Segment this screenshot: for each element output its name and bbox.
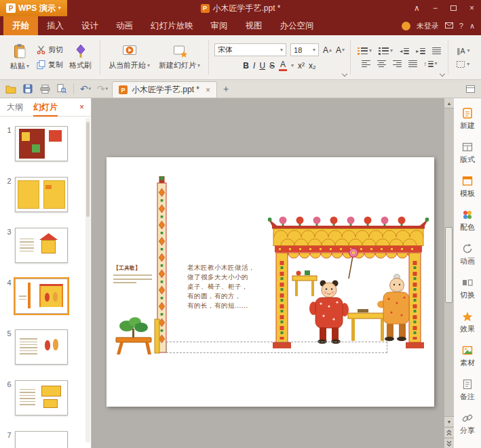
shrink-font-button[interactable]: A▾ [336,45,345,55]
slide-thumbnail-5[interactable]: 5 [3,329,91,365]
slide-thumbnail-4[interactable]: 4 [3,279,91,314]
sidebar-item-share[interactable]: 分享 [454,407,481,441]
subscript-button[interactable]: x₂ [309,61,316,70]
scrollbar-thumb[interactable] [445,227,453,303]
message-icon[interactable] [445,22,453,30]
caption-block[interactable]: 【工具歌】 [113,264,155,286]
play-from-current-button[interactable]: 从当前开始▾ [106,43,153,71]
print-button[interactable] [37,81,52,96]
decrease-indent-button[interactable]: ◂ [398,47,410,55]
help-icon[interactable]: ? [459,22,463,30]
text-direction-button[interactable]: ∥A ▾ [454,46,472,56]
collapse-ribbon-icon[interactable]: ∧ [469,22,475,30]
numbered-list-button[interactable]: ▾ [377,47,394,56]
save-button[interactable] [20,81,35,96]
print-preview-button[interactable] [54,81,69,96]
scrollbar-thumb[interactable] [86,122,90,217]
scroll-up-icon[interactable]: ▲ [444,98,454,108]
tab-design[interactable]: 设计 [73,16,107,35]
editing-canvas[interactable]: 【工具歌】 老木匠教小木匠做活， 做了很多大大小小的 桌子、椅子、柜子， 有的圆… [92,98,453,448]
align-right-button[interactable] [391,60,403,68]
selected-placeholder-outline[interactable] [166,342,387,353]
increase-indent-button[interactable]: ▸ [415,47,427,55]
thumbnail-image[interactable] [15,380,68,415]
sidebar-item-assets[interactable]: 素材 [454,340,481,373]
dialog-launcher-icon[interactable] [440,71,445,77]
underline-button[interactable]: U [259,61,265,70]
minimize-button[interactable]: − [426,0,444,16]
panel-scrollbar[interactable] [85,118,90,443]
grow-font-button[interactable]: A▴ [323,45,332,55]
slide-thumbnail-2[interactable]: 2 [3,177,91,212]
tab-view[interactable]: 视图 [237,16,271,35]
collapse-icon[interactable]: ∧ [408,0,426,16]
tab-review[interactable]: 审阅 [202,16,237,35]
thumbnail-image-selected[interactable] [15,279,68,314]
document-tab[interactable]: P 小木匠学手艺.ppt * × [112,81,217,98]
new-slide-button[interactable]: 新建幻灯片▾ [156,43,203,71]
close-tab-icon[interactable]: × [206,85,210,95]
format-painter-button[interactable]: 格式刷 [66,43,94,71]
tab-slides[interactable]: 幻灯片 [33,102,58,117]
thumbnail-image[interactable] [15,431,68,448]
thumbnail-image[interactable] [15,329,68,365]
paste-button[interactable]: 粘贴▾ [6,43,33,72]
tab-home[interactable]: 开始 [3,16,38,35]
slide-thumbnail-7[interactable]: 7 [3,431,91,448]
sidebar-item-new[interactable]: 新建 [454,102,481,136]
slide-thumbnail-3[interactable]: 3 [3,228,91,263]
next-slide-icon[interactable] [444,438,454,448]
tab-animation[interactable]: 动画 [107,16,142,35]
italic-button[interactable]: I [253,61,255,70]
chevron-down-icon[interactable]: ▾ [291,63,294,68]
distributed-button[interactable] [431,47,442,56]
font-name-select[interactable]: 宋体▾ [214,43,286,56]
tab-insert[interactable]: 插入 [38,16,73,35]
sidebar-item-animation[interactable]: 动画 [454,238,481,272]
sidebar-item-transition[interactable]: 切换 [454,272,481,306]
tools-illustration[interactable] [112,315,163,356]
new-file-button[interactable] [3,81,18,96]
sidebar-item-layout[interactable]: 版式 [454,136,481,170]
font-size-select[interactable]: 18▾ [290,43,319,56]
slide-thumbnail-1[interactable]: 1 [3,126,91,161]
dialog-launcher-icon[interactable] [342,71,347,77]
justify-button[interactable] [407,60,419,68]
sidebar-item-notes[interactable]: 备注 [454,373,481,407]
new-tab-button[interactable]: + [219,82,233,96]
font-color-button[interactable]: A [279,60,287,71]
select-button[interactable]: ▾ [454,60,472,68]
slide-editing-surface[interactable]: 【工具歌】 老木匠教小木匠做活， 做了很多大大小小的 桌子、椅子、柜子， 有的圆… [107,157,434,407]
bold-button[interactable]: B [243,61,249,70]
close-panel-icon[interactable]: × [79,102,84,112]
redo-button[interactable]: ↷▾ [95,81,110,96]
maximize-button[interactable] [444,0,463,16]
strikethrough-button[interactable]: S [269,61,275,70]
app-menu-button[interactable]: P WPS 演示 ▾ [0,0,67,16]
slide-body-text[interactable]: 老木匠教小木匠做活， 做了很多大大小小的 桌子、椅子、柜子， 有的圆，有的方， … [187,263,258,310]
workshop-illustration[interactable] [268,213,429,356]
previous-slide-icon[interactable] [444,427,454,437]
vertical-scrollbar[interactable]: ▲ ▼ [444,98,453,448]
line-spacing-button[interactable]: ↕ ▾ [423,60,439,68]
close-button[interactable]: × [463,0,481,16]
bullet-list-button[interactable]: ▾ [356,47,373,56]
sidebar-item-colors[interactable]: 配色 [454,204,481,238]
cut-button[interactable]: 剪切 [37,45,63,55]
thumbnail-image[interactable] [15,177,68,212]
align-center-button[interactable] [376,60,387,68]
sidebar-item-template[interactable]: 模板 [454,170,481,204]
tab-outline[interactable]: 大纲 [7,102,23,113]
sidebar-item-effects[interactable]: 效果 [454,306,481,340]
tab-list-button[interactable] [463,81,478,96]
scroll-down-icon[interactable]: ▼ [444,416,454,426]
tab-slideshow[interactable]: 幻灯片放映 [142,16,202,35]
superscript-button[interactable]: x² [298,61,305,70]
slide-thumbnail-6[interactable]: 6 [3,380,91,415]
thumbnail-image[interactable] [15,228,68,263]
thumbnail-image[interactable] [15,126,68,161]
tab-workspace[interactable]: 办公空间 [271,16,323,35]
align-left-button[interactable] [360,60,372,68]
copy-button[interactable]: 复制 [37,60,63,70]
undo-button[interactable]: ↶▾ [78,81,93,96]
